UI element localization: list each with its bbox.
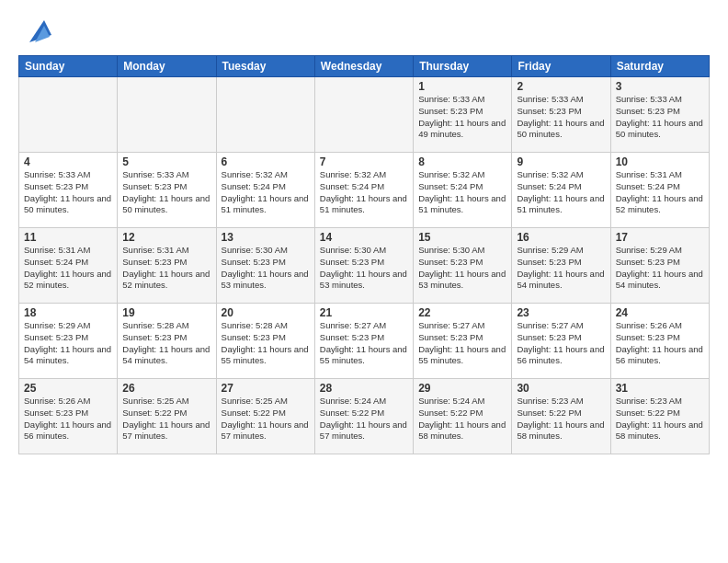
day-info: Sunrise: 5:33 AM Sunset: 5:23 PM Dayligh… [616,94,704,141]
day-info: Sunrise: 5:30 AM Sunset: 5:23 PM Dayligh… [418,245,506,292]
day-number: 30 [517,382,605,395]
day-number: 5 [122,155,210,168]
calendar-cell: 25Sunrise: 5:26 AM Sunset: 5:23 PM Dayli… [19,379,118,454]
calendar-cell: 23Sunrise: 5:27 AM Sunset: 5:23 PM Dayli… [512,304,610,379]
day-info: Sunrise: 5:33 AM Sunset: 5:23 PM Dayligh… [122,169,210,216]
day-info: Sunrise: 5:24 AM Sunset: 5:22 PM Dayligh… [418,396,506,442]
day-info: Sunrise: 5:25 AM Sunset: 5:22 PM Dayligh… [222,396,310,442]
calendar-cell: 22Sunrise: 5:27 AM Sunset: 5:23 PM Dayli… [414,304,512,379]
day-info: Sunrise: 5:29 AM Sunset: 5:23 PM Dayligh… [616,245,704,292]
calendar-cell: 7Sunrise: 5:32 AM Sunset: 5:24 PM Daylig… [314,153,413,228]
calendar-cell: 19Sunrise: 5:28 AM Sunset: 5:23 PM Dayli… [118,304,216,379]
calendar-cell: 18Sunrise: 5:29 AM Sunset: 5:23 PM Dayli… [19,304,118,379]
calendar-cell [314,77,413,153]
calendar-cell: 29Sunrise: 5:24 AM Sunset: 5:22 PM Dayli… [414,379,512,454]
day-number: 26 [122,382,210,395]
calendar-cell: 26Sunrise: 5:25 AM Sunset: 5:22 PM Dayli… [118,379,216,454]
calendar-cell: 8Sunrise: 5:32 AM Sunset: 5:24 PM Daylig… [414,153,512,228]
calendar-header-row: SundayMondayTuesdayWednesdayThursdayFrid… [19,56,710,77]
calendar-cell [216,77,314,153]
day-number: 12 [122,231,210,244]
calendar-cell: 31Sunrise: 5:23 AM Sunset: 5:22 PM Dayli… [610,379,709,454]
day-info: Sunrise: 5:33 AM Sunset: 5:23 PM Dayligh… [24,169,112,216]
calendar-cell: 15Sunrise: 5:30 AM Sunset: 5:23 PM Dayli… [414,228,512,304]
weekday-header: Sunday [19,56,118,77]
day-info: Sunrise: 5:28 AM Sunset: 5:23 PM Dayligh… [222,320,310,367]
weekday-header: Tuesday [216,56,314,77]
day-number: 19 [122,306,210,319]
day-info: Sunrise: 5:27 AM Sunset: 5:23 PM Dayligh… [517,320,605,367]
day-info: Sunrise: 5:32 AM Sunset: 5:24 PM Dayligh… [222,169,310,216]
calendar-cell: 9Sunrise: 5:32 AM Sunset: 5:24 PM Daylig… [512,153,610,228]
calendar-week-row: 25Sunrise: 5:26 AM Sunset: 5:23 PM Dayli… [19,379,710,454]
calendar-cell: 27Sunrise: 5:25 AM Sunset: 5:22 PM Dayli… [216,379,314,454]
day-number: 15 [418,231,506,244]
day-number: 2 [517,80,605,93]
day-info: Sunrise: 5:31 AM Sunset: 5:24 PM Dayligh… [616,169,704,216]
day-number: 14 [320,231,408,244]
weekday-header: Wednesday [314,56,413,77]
calendar-cell: 17Sunrise: 5:29 AM Sunset: 5:23 PM Dayli… [610,228,709,304]
calendar-cell [118,77,216,153]
calendar-cell: 6Sunrise: 5:32 AM Sunset: 5:24 PM Daylig… [216,153,314,228]
weekday-header: Friday [512,56,610,77]
day-info: Sunrise: 5:24 AM Sunset: 5:22 PM Dayligh… [320,396,408,442]
day-number: 17 [616,231,704,244]
day-number: 24 [616,306,704,319]
day-number: 1 [418,80,506,93]
day-info: Sunrise: 5:32 AM Sunset: 5:24 PM Dayligh… [418,169,506,216]
page: SundayMondayTuesdayWednesdayThursdayFrid… [0,0,728,563]
day-number: 6 [222,155,310,168]
calendar-cell: 5Sunrise: 5:33 AM Sunset: 5:23 PM Daylig… [118,153,216,228]
weekday-header: Saturday [610,56,709,77]
day-number: 18 [24,306,112,319]
weekday-header: Thursday [414,56,512,77]
day-number: 23 [517,306,605,319]
calendar-week-row: 1Sunrise: 5:33 AM Sunset: 5:23 PM Daylig… [19,77,710,153]
day-info: Sunrise: 5:26 AM Sunset: 5:23 PM Dayligh… [24,396,112,442]
logo [18,17,51,46]
day-info: Sunrise: 5:30 AM Sunset: 5:23 PM Dayligh… [222,245,310,292]
day-info: Sunrise: 5:23 AM Sunset: 5:22 PM Dayligh… [517,396,605,442]
day-number: 3 [616,80,704,93]
calendar-cell: 20Sunrise: 5:28 AM Sunset: 5:23 PM Dayli… [216,304,314,379]
calendar-cell: 16Sunrise: 5:29 AM Sunset: 5:23 PM Dayli… [512,228,610,304]
day-number: 27 [222,382,310,395]
calendar-cell: 12Sunrise: 5:31 AM Sunset: 5:23 PM Dayli… [118,228,216,304]
day-info: Sunrise: 5:29 AM Sunset: 5:23 PM Dayligh… [24,320,112,367]
day-number: 31 [616,382,704,395]
logo-icon [22,17,51,46]
day-info: Sunrise: 5:31 AM Sunset: 5:24 PM Dayligh… [24,245,112,292]
calendar-cell: 30Sunrise: 5:23 AM Sunset: 5:22 PM Dayli… [512,379,610,454]
logo-text-block [18,17,51,46]
calendar-cell: 1Sunrise: 5:33 AM Sunset: 5:23 PM Daylig… [414,77,512,153]
weekday-header: Monday [118,56,216,77]
day-number: 9 [517,155,605,168]
day-info: Sunrise: 5:28 AM Sunset: 5:23 PM Dayligh… [122,320,210,367]
calendar-cell: 13Sunrise: 5:30 AM Sunset: 5:23 PM Dayli… [216,228,314,304]
day-info: Sunrise: 5:29 AM Sunset: 5:23 PM Dayligh… [517,245,605,292]
day-number: 11 [24,231,112,244]
day-number: 13 [222,231,310,244]
day-number: 25 [24,382,112,395]
day-info: Sunrise: 5:30 AM Sunset: 5:23 PM Dayligh… [320,245,408,292]
calendar-cell: 10Sunrise: 5:31 AM Sunset: 5:24 PM Dayli… [610,153,709,228]
calendar-cell: 2Sunrise: 5:33 AM Sunset: 5:23 PM Daylig… [512,77,610,153]
header [18,17,710,46]
day-info: Sunrise: 5:33 AM Sunset: 5:23 PM Dayligh… [418,94,506,141]
day-number: 10 [616,155,704,168]
day-info: Sunrise: 5:26 AM Sunset: 5:23 PM Dayligh… [616,320,704,367]
day-info: Sunrise: 5:27 AM Sunset: 5:23 PM Dayligh… [418,320,506,367]
day-info: Sunrise: 5:31 AM Sunset: 5:23 PM Dayligh… [122,245,210,292]
day-info: Sunrise: 5:33 AM Sunset: 5:23 PM Dayligh… [517,94,605,141]
day-number: 16 [517,231,605,244]
day-number: 8 [418,155,506,168]
calendar-week-row: 4Sunrise: 5:33 AM Sunset: 5:23 PM Daylig… [19,153,710,228]
day-number: 4 [24,155,112,168]
day-number: 28 [320,382,408,395]
day-info: Sunrise: 5:32 AM Sunset: 5:24 PM Dayligh… [320,169,408,216]
day-number: 7 [320,155,408,168]
calendar-cell: 4Sunrise: 5:33 AM Sunset: 5:23 PM Daylig… [19,153,118,228]
day-info: Sunrise: 5:32 AM Sunset: 5:24 PM Dayligh… [517,169,605,216]
day-info: Sunrise: 5:23 AM Sunset: 5:22 PM Dayligh… [616,396,704,442]
